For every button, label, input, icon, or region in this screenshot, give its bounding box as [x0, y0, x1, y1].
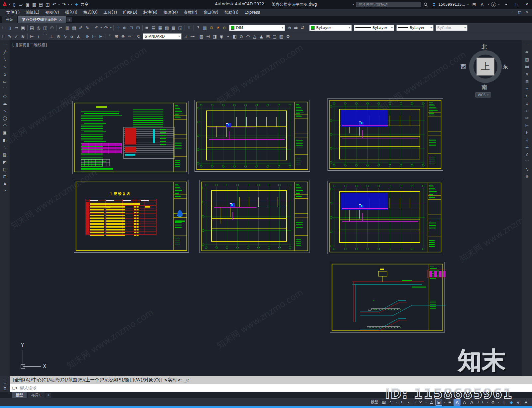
account-caret-icon[interactable]: ▾	[466, 1, 469, 8]
3d-dwf-icon[interactable]: ☉	[49, 24, 55, 31]
break-icon[interactable]: ∤	[523, 136, 531, 144]
create-block-icon[interactable]: ◧	[1, 136, 9, 144]
model-space-label[interactable]: 模型	[369, 400, 380, 405]
dim-baseline-icon[interactable]: ⊨	[91, 33, 97, 40]
app-caret-icon[interactable]: ▾	[8, 1, 11, 8]
doc-close-button[interactable]: ✕	[523, 9, 531, 16]
layer-freeze-icon[interactable]: ▧	[164, 24, 170, 31]
print-icon[interactable]: ▤	[38, 1, 44, 8]
layer-merge-icon[interactable]: ⇵	[299, 24, 306, 31]
sheet-design-notes[interactable]	[72, 101, 189, 174]
block-editor-icon[interactable]: ✎	[84, 24, 91, 31]
tab-document[interactable]: 某办公楼空调平面图* ✕	[18, 16, 66, 23]
table-icon[interactable]: ⊞	[1, 173, 9, 180]
sheet-system-diagram[interactable]	[329, 261, 446, 333]
help-icon[interactable]: ?	[491, 2, 496, 7]
dimstyle-dropdown[interactable]: STANDARD▾	[143, 33, 182, 40]
move-copy-rotate-icon[interactable]: ◨	[211, 33, 218, 40]
dim-space-icon[interactable]: ⊶	[189, 33, 196, 40]
color-dropdown[interactable]: ByLayer▾	[309, 25, 352, 31]
construction-line-icon[interactable]: ∖	[1, 56, 9, 63]
command-close-icon[interactable]: ✕	[2, 381, 8, 386]
insert-block-icon[interactable]: ▣	[1, 129, 9, 136]
doc-minimize-button[interactable]: –	[509, 9, 516, 16]
redo-icon[interactable]: ↷	[61, 1, 67, 8]
redo-caret-icon[interactable]: ▾	[67, 1, 70, 8]
system-variables-icon[interactable]: ⚙	[285, 33, 291, 40]
save-as-icon[interactable]: ▩	[31, 1, 38, 8]
center-mark-icon[interactable]: ⊕	[120, 33, 126, 40]
menu-item-7[interactable]: 标注(N)	[140, 9, 160, 16]
tolerance-icon[interactable]: ⊞	[113, 33, 120, 40]
annotation-autoscale-icon[interactable]: Λ	[468, 399, 475, 406]
publish-icon[interactable]: ◫	[42, 24, 49, 31]
ellipse-icon[interactable]: ◯	[1, 114, 9, 122]
hatch-icon[interactable]: ▨	[1, 151, 9, 158]
sun-properties-icon[interactable]: ☀	[215, 24, 221, 31]
isometric-drafting-icon[interactable]: ✕	[417, 399, 424, 406]
dim-arc-length-icon[interactable]: ⌒	[42, 33, 49, 40]
point-icon[interactable]: ∴	[1, 144, 9, 151]
tab-start[interactable]: 开始	[2, 16, 17, 23]
explode-icon[interactable]: ⊗	[523, 173, 531, 180]
scale-caret-icon[interactable]: ▾	[486, 399, 489, 406]
viewcube-west[interactable]: 西	[461, 63, 466, 71]
redo-icon[interactable]: ↷	[103, 24, 109, 31]
linetype-dropdown[interactable]: ByLayer▾	[354, 25, 394, 31]
clean-screen-icon[interactable]: ◱	[515, 399, 522, 406]
dim-style-manager-icon[interactable]: ⊿	[183, 33, 189, 40]
model-space-canvas[interactable]: [-][俯视][二维线框] 主要设备表 上 北 南 西 东 WCS▾	[10, 40, 522, 376]
dim-diameter-icon[interactable]: ⌀	[68, 33, 75, 40]
menu-item-9[interactable]: 参数(P)	[181, 9, 200, 16]
align-objects-icon[interactable]: ⊜	[238, 33, 245, 40]
scale-icon[interactable]: ⊿	[523, 100, 531, 107]
cut-icon[interactable]: ✂	[58, 24, 64, 31]
menu-item-3[interactable]: 插入(I)	[62, 9, 80, 16]
zoom-window-icon[interactable]: ⊡	[128, 24, 135, 31]
arc-icon[interactable]: ⌒	[1, 85, 9, 93]
mtext-icon[interactable]: A	[1, 180, 9, 188]
menu-item-1[interactable]: 编辑(E)	[23, 9, 42, 16]
blend-curves-icon[interactable]: ∿	[523, 166, 531, 173]
new-file-icon[interactable]: ▯	[6, 24, 13, 31]
dim-linear-icon[interactable]: ⊢	[29, 33, 35, 40]
plotstyle-dropdown[interactable]: ByColor▾	[436, 25, 467, 31]
add-layout-button[interactable]: +	[46, 393, 51, 398]
plot-preview-icon[interactable]: ◎	[35, 24, 42, 31]
menu-item-6[interactable]: 绘图(D)	[120, 9, 140, 16]
rectangle-icon[interactable]: ▭	[1, 78, 9, 85]
spell-check-icon[interactable]: ✓	[13, 33, 20, 40]
view-cube[interactable]: 上 北 南 西 东 WCS▾	[461, 43, 510, 100]
undo-caret-icon[interactable]: ▾	[58, 1, 61, 8]
menu-item-4[interactable]: 格式(O)	[80, 9, 101, 16]
cart-icon[interactable]: ⊟	[471, 1, 477, 8]
pan-icon[interactable]: ⊹	[115, 24, 121, 31]
break-at-point-icon[interactable]: ⊦	[523, 129, 531, 136]
zoom-realtime-icon[interactable]: ⊕	[121, 24, 128, 31]
sheet-floor-plan-2[interactable]	[328, 98, 443, 171]
ortho-mode-icon[interactable]: ∟	[399, 399, 406, 406]
snap-mode-icon[interactable]: ∷	[388, 399, 395, 406]
move-icon[interactable]: +	[523, 85, 531, 93]
tab-close-icon[interactable]: ✕	[59, 18, 62, 22]
stretch-icon[interactable]: ↔	[523, 107, 531, 114]
copy-icon[interactable]: ▥	[523, 56, 531, 63]
paste-icon[interactable]: ▨	[71, 24, 77, 31]
object-snap-tracking-icon[interactable]: ∠	[428, 399, 435, 406]
undo-icon[interactable]: ↶	[51, 1, 58, 8]
trim-icon[interactable]: ✂	[523, 114, 531, 122]
selection-cycling-icon[interactable]: Λ	[454, 399, 461, 406]
delete-duplicates-icon[interactable]: ◉	[218, 33, 225, 40]
toolbar-grip-icon[interactable]: ⋯	[523, 41, 531, 49]
snap-caret-icon[interactable]: ▾	[395, 399, 398, 406]
join-icon[interactable]: ⊹	[523, 144, 531, 151]
menu-item-8[interactable]: 修改(M)	[160, 9, 181, 16]
maximize-button[interactable]: □	[512, 1, 521, 8]
convert-text-icon[interactable]: ⊟	[265, 33, 271, 40]
polar-tracking-icon[interactable]: ⌐	[406, 399, 413, 406]
annotation-scale-label[interactable]: 1:1	[475, 400, 485, 404]
erase-icon[interactable]: ✏	[523, 49, 531, 56]
redo-caret-icon[interactable]: ▾	[109, 24, 112, 31]
extend-icon[interactable]: ⊢	[523, 122, 531, 129]
zoom-previous-icon[interactable]: ⊟	[135, 24, 141, 31]
